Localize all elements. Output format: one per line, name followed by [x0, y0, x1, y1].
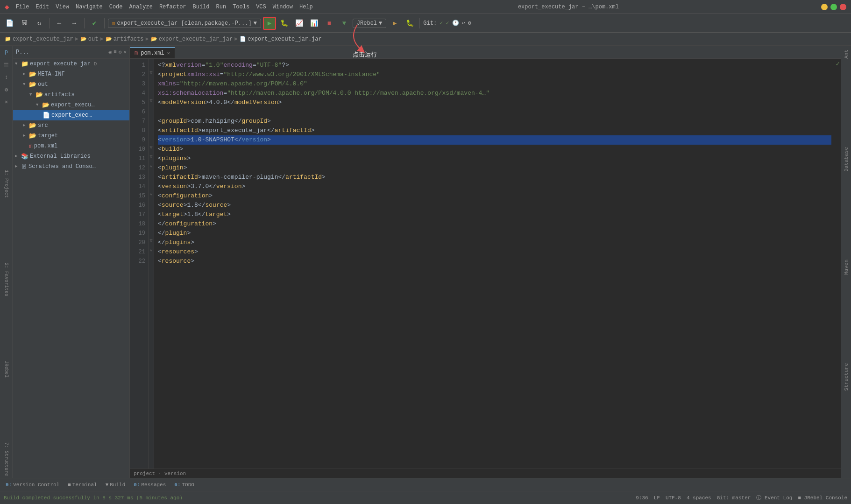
- fold-marker[interactable]: [149, 227, 154, 236]
- tree-item-jar-file[interactable]: 📄 export_exec…: [13, 110, 129, 120]
- charset[interactable]: UTF-8: [666, 495, 681, 501]
- menu-view[interactable]: View: [53, 3, 72, 11]
- jrebel-console[interactable]: ■ JRebel Console: [798, 495, 847, 501]
- tab-pom-xml[interactable]: m pom.xml ✕: [130, 47, 175, 58]
- git-undo-button[interactable]: ↩: [462, 20, 465, 27]
- code-area[interactable]: <?xml version="1.0" encoding="UTF-8"?><p…: [154, 59, 835, 469]
- bottom-tab-terminal[interactable]: ■ Terminal: [64, 481, 100, 489]
- minimize-button[interactable]: [821, 4, 828, 10]
- coverage-button[interactable]: 📈: [293, 17, 306, 30]
- bottom-tab-messages[interactable]: 0: Messages: [130, 481, 170, 489]
- fold-marker[interactable]: [149, 133, 154, 143]
- save-button[interactable]: 🖫: [18, 17, 31, 30]
- git-settings-button[interactable]: ⚙: [468, 20, 471, 27]
- fold-marker[interactable]: [149, 208, 154, 217]
- profile-button[interactable]: 📊: [308, 17, 321, 30]
- jrebel-selector[interactable]: JRebel ▼: [353, 19, 386, 28]
- tree-item-root[interactable]: ▼ 📁 export_execute_jar D: [13, 59, 129, 69]
- sidebar-structure[interactable]: Structure: [843, 361, 850, 392]
- bc-artifacts[interactable]: 📂 artifacts: [106, 36, 144, 42]
- menu-analyze[interactable]: Analyze: [127, 3, 156, 11]
- fold-marker[interactable]: [149, 217, 154, 227]
- forward-button[interactable]: →: [68, 17, 81, 30]
- tree-item-target[interactable]: ► 📂 target: [13, 131, 129, 141]
- fold-marker[interactable]: ▽: [149, 152, 154, 161]
- new-file-button[interactable]: 📄: [3, 17, 16, 30]
- menu-tools[interactable]: Tools: [230, 3, 252, 11]
- tree-item-scratches[interactable]: ► 🖹 Scratches and Conso…: [13, 161, 129, 172]
- fold-marker[interactable]: ▽: [149, 189, 154, 199]
- menu-refactor[interactable]: Refactor: [156, 3, 189, 11]
- menu-vcs[interactable]: VCS: [253, 3, 269, 11]
- git-history-button[interactable]: 🕐: [452, 20, 459, 27]
- tree-item-ext-libs[interactable]: ► 📚 External Libraries: [13, 151, 129, 161]
- synchronize-button[interactable]: ↻: [33, 17, 46, 30]
- tree-item-jar-folder[interactable]: ▼ 📂 export_execu…: [13, 100, 129, 110]
- menu-code[interactable]: Code: [106, 3, 126, 11]
- tree-item-pom[interactable]: m pom.xml: [13, 141, 129, 151]
- sidebar-label-favorites[interactable]: 2: Favorites: [1, 261, 12, 298]
- sidebar-database[interactable]: Database: [843, 145, 850, 174]
- fold-marker[interactable]: [149, 124, 154, 133]
- close-button[interactable]: [840, 4, 846, 10]
- bc-project[interactable]: 📁 export_execute_jar: [5, 36, 73, 42]
- tree-item-meta-inf[interactable]: ► 📂 META-INF: [13, 69, 129, 79]
- fold-marker[interactable]: [149, 180, 154, 189]
- fold-marker[interactable]: [149, 199, 154, 208]
- fold-marker[interactable]: [149, 59, 154, 68]
- jrebel-run-button[interactable]: ▶: [388, 17, 401, 30]
- line-ending[interactable]: LF: [654, 495, 660, 501]
- fold-marker[interactable]: ▽: [149, 96, 154, 105]
- fold-marker[interactable]: ▽: [149, 236, 154, 245]
- menu-run[interactable]: Run: [213, 3, 229, 11]
- project-panel-toggle[interactable]: P: [1, 48, 12, 59]
- tree-item-out[interactable]: ▼ 📂 out: [13, 79, 129, 90]
- menu-help[interactable]: Help: [297, 3, 316, 11]
- sidebar-label-structure[interactable]: 7: Structure: [1, 441, 12, 478]
- back-button[interactable]: ←: [53, 17, 66, 30]
- fold-marker[interactable]: [149, 87, 154, 96]
- panel-locate-icon[interactable]: ◉: [109, 49, 112, 55]
- bottom-tab-vcs[interactable]: 9: Version Control: [2, 481, 63, 489]
- fold-marker[interactable]: ▽: [149, 143, 154, 152]
- bc-out[interactable]: 📂 out: [80, 36, 99, 42]
- fold-marker[interactable]: ▽: [149, 68, 154, 77]
- bottom-tab-build[interactable]: ▼ Build: [102, 481, 129, 489]
- bc-jar-file[interactable]: 📄 export_execute_jar.jar: [240, 36, 321, 42]
- sidebar-maven[interactable]: Maven: [843, 258, 850, 277]
- indent[interactable]: 4 spaces: [687, 495, 711, 501]
- panel-collapse-icon[interactable]: ≡: [113, 49, 117, 55]
- stop-button[interactable]: ■: [323, 17, 336, 30]
- run-button[interactable]: ▶: [263, 17, 276, 30]
- undo-recent-button[interactable]: ✔: [88, 17, 101, 30]
- tab-close-button[interactable]: ✕: [167, 50, 170, 56]
- debug-button[interactable]: 🐛: [278, 17, 291, 30]
- build-button[interactable]: ▼: [338, 17, 351, 30]
- run-config-selector[interactable]: m export_execute_jar [clean,package,-P..…: [108, 19, 261, 28]
- sidebar-label-project[interactable]: 1: Project: [1, 168, 12, 200]
- panel-settings-icon[interactable]: ⚙: [119, 49, 122, 55]
- fold-marker[interactable]: [149, 255, 154, 264]
- bottom-tab-todo[interactable]: 6: TODO: [170, 481, 198, 489]
- fold-marker[interactable]: ▽: [149, 245, 154, 255]
- menu-file[interactable]: File: [13, 3, 32, 11]
- fold-marker[interactable]: [149, 115, 154, 124]
- settings-icon[interactable]: ⚙: [1, 84, 12, 95]
- menu-window[interactable]: Window: [270, 3, 296, 11]
- bc-jar-folder[interactable]: 📂 export_execute_jar_jar: [151, 36, 233, 42]
- left-icon-1[interactable]: ☰: [1, 60, 12, 71]
- menu-build[interactable]: Build: [190, 3, 213, 11]
- menu-navigate[interactable]: Navigate: [73, 3, 106, 11]
- menu-edit[interactable]: Edit: [33, 3, 52, 11]
- jrebel-debug-button[interactable]: 🐛: [403, 17, 416, 30]
- fold-marker[interactable]: [149, 105, 154, 115]
- fold-marker[interactable]: [149, 171, 154, 180]
- fold-marker[interactable]: [149, 77, 154, 87]
- close-panel-icon[interactable]: ✕: [1, 96, 12, 107]
- sidebar-label-jrebel[interactable]: JRebel: [1, 359, 12, 379]
- tree-item-src[interactable]: ► 📂 src: [13, 120, 129, 131]
- fold-marker[interactable]: ▽: [149, 161, 154, 171]
- panel-close-icon[interactable]: ✕: [123, 49, 127, 55]
- left-icon-2[interactable]: ↕: [1, 72, 12, 83]
- event-log[interactable]: ⓘ Event Log: [756, 494, 792, 501]
